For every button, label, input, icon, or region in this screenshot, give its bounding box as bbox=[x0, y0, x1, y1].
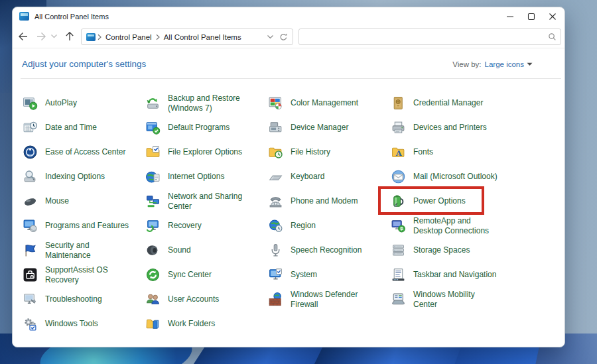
mail-icon bbox=[391, 169, 406, 184]
power-options-icon bbox=[391, 194, 406, 209]
user-accounts-icon bbox=[145, 292, 161, 307]
control-panel-item-credential-manager[interactable]: Credential Manager bbox=[389, 91, 511, 115]
storage-spaces-icon bbox=[391, 243, 406, 258]
sync-center-icon bbox=[145, 267, 161, 282]
chevron-down-icon bbox=[50, 34, 58, 39]
control-panel-item-file-explorer-options[interactable]: File Explorer Options bbox=[143, 140, 266, 164]
control-panel-item-phone-and-modem[interactable]: Phone and Modem bbox=[266, 189, 389, 213]
control-panel-item-mouse[interactable]: Mouse bbox=[21, 189, 143, 213]
header-row: Adjust your computer's settings View by:… bbox=[13, 56, 564, 74]
control-panel-item-default-programs[interactable]: Default Programs bbox=[143, 115, 266, 140]
work-folders-icon bbox=[145, 316, 161, 332]
titlebar: All Control Panel Items bbox=[13, 7, 564, 25]
item-label: SupportAssist OS Recovery bbox=[45, 265, 133, 284]
item-label: Programs and Features bbox=[45, 221, 129, 231]
control-panel-item-troubleshooting[interactable]: Troubleshooting bbox=[21, 287, 143, 312]
view-by-dropdown[interactable]: Large icons bbox=[485, 60, 533, 68]
control-panel-item-backup-and-restore-windows-7[interactable]: Backup and Restore (Windows 7) bbox=[143, 91, 266, 115]
back-button[interactable] bbox=[15, 29, 31, 44]
control-panel-item-devices-and-printers[interactable]: Devices and Printers bbox=[389, 115, 511, 140]
item-label: Default Programs bbox=[168, 123, 230, 133]
control-panel-item-windows-mobility-center[interactable]: Windows Mobility Center bbox=[389, 287, 511, 312]
internet-options-icon bbox=[145, 169, 161, 184]
default-programs-icon bbox=[145, 120, 161, 135]
control-panel-item-work-folders[interactable]: Work Folders bbox=[143, 312, 266, 336]
control-panel-item-windows-defender-firewall[interactable]: Windows Defender Firewall bbox=[266, 287, 389, 312]
item-label: File History bbox=[291, 147, 330, 157]
control-panel-item-remoteapp-and-desktop-connections[interactable]: RemoteApp and Desktop Connections bbox=[389, 213, 511, 238]
control-panel-item-autoplay[interactable]: AutoPlay bbox=[21, 91, 143, 115]
close-button[interactable] bbox=[542, 7, 563, 25]
breadcrumb-chevron-icon bbox=[154, 34, 162, 40]
item-label: Taskbar and Navigation bbox=[413, 270, 496, 280]
page-title: Adjust your computer's settings bbox=[22, 59, 146, 69]
item-label: Windows Tools bbox=[45, 319, 98, 329]
control-panel-item-system[interactable]: System bbox=[266, 263, 389, 287]
control-panel-item-programs-and-features[interactable]: Programs and Features bbox=[21, 213, 143, 238]
breadcrumb-control-panel[interactable]: Control Panel bbox=[103, 32, 154, 42]
search-icon bbox=[548, 32, 557, 41]
control-panel-item-indexing-options[interactable]: Indexing Options bbox=[21, 164, 143, 189]
search-input[interactable] bbox=[303, 29, 548, 44]
control-panel-item-region[interactable]: Region bbox=[266, 213, 389, 238]
control-panel-item-taskbar-and-navigation[interactable]: Taskbar and Navigation bbox=[389, 263, 511, 287]
date-time-icon bbox=[23, 120, 38, 135]
item-label: Backup and Restore (Windows 7) bbox=[168, 93, 255, 113]
item-label: System bbox=[291, 270, 317, 280]
control-panel-item-date-and-time[interactable]: Date and Time bbox=[21, 115, 143, 140]
speech-recognition-icon bbox=[268, 243, 283, 258]
control-panel-location-icon bbox=[86, 33, 96, 41]
control-panel-item-windows-tools[interactable]: Windows Tools bbox=[21, 312, 143, 336]
refresh-button[interactable] bbox=[277, 30, 290, 44]
control-panel-item-mail-microsoft-outlook[interactable]: Mail (Microsoft Outlook) bbox=[389, 164, 511, 189]
chevron-down-icon bbox=[267, 34, 274, 40]
color-management-icon bbox=[268, 95, 283, 111]
control-panel-item-network-and-sharing-center[interactable]: Network and Sharing Center bbox=[143, 189, 266, 213]
remoteapp-icon bbox=[391, 218, 406, 233]
maximize-button[interactable] bbox=[521, 7, 542, 25]
control-panel-item-sync-center[interactable]: Sync Center bbox=[143, 263, 266, 287]
view-by-label: View by: bbox=[452, 60, 481, 68]
control-panel-item-file-history[interactable]: File History bbox=[266, 140, 389, 164]
control-panel-item-ease-of-access-center[interactable]: Ease of Access Center bbox=[21, 140, 143, 164]
control-panel-item-fonts[interactable]: AFonts bbox=[389, 140, 511, 164]
control-panel-item-speech-recognition[interactable]: Speech Recognition bbox=[266, 238, 389, 263]
item-label: Power Options bbox=[413, 196, 466, 206]
item-label: Speech Recognition bbox=[291, 245, 362, 255]
item-label: Troubleshooting bbox=[45, 294, 102, 304]
item-label: Phone and Modem bbox=[291, 196, 358, 206]
control-panel-item-user-accounts[interactable]: User Accounts bbox=[143, 287, 266, 312]
control-panel-item-storage-spaces[interactable]: Storage Spaces bbox=[389, 238, 511, 263]
recent-locations-button[interactable] bbox=[48, 29, 59, 44]
window-title: All Control Panel Items bbox=[34, 13, 109, 21]
system-icon bbox=[268, 267, 283, 282]
taskbar-navigation-icon bbox=[391, 267, 406, 282]
backup-restore-icon bbox=[145, 95, 161, 111]
address-dropdown-button[interactable] bbox=[263, 30, 277, 44]
control-panel-item-color-management[interactable]: Color Management bbox=[266, 91, 389, 115]
search-box[interactable] bbox=[298, 29, 561, 45]
control-panel-item-power-options[interactable]: Power Options bbox=[389, 189, 511, 213]
control-panel-item-device-manager[interactable]: Device Manager bbox=[266, 115, 389, 140]
control-panel-app-icon bbox=[19, 12, 29, 21]
item-label: Sound bbox=[168, 245, 191, 255]
caret-down-icon bbox=[527, 62, 533, 66]
credential-manager-icon bbox=[391, 95, 406, 111]
control-panel-item-supportassist-os-recovery[interactable]: SupportAssist OS Recovery bbox=[21, 263, 143, 287]
control-panel-item-internet-options[interactable]: Internet Options bbox=[143, 164, 266, 189]
forward-button[interactable] bbox=[33, 29, 49, 44]
phone-modem-icon bbox=[268, 194, 283, 209]
address-bar[interactable]: Control Panel All Control Panel Items bbox=[81, 29, 293, 45]
minimize-button[interactable] bbox=[499, 7, 521, 25]
control-panel-item-recovery[interactable]: Recovery bbox=[143, 213, 266, 238]
control-panel-item-keyboard[interactable]: Keyboard bbox=[266, 164, 389, 189]
up-button[interactable] bbox=[62, 29, 78, 44]
control-panel-window: All Control Panel Items bbox=[12, 7, 565, 347]
item-label: Windows Defender Firewall bbox=[291, 290, 378, 309]
breadcrumb-all-control-panel-items[interactable]: All Control Panel Items bbox=[162, 32, 243, 42]
control-panel-item-security-and-maintenance[interactable]: Security and Maintenance bbox=[21, 238, 143, 263]
control-panel-item-sound[interactable]: Sound bbox=[143, 238, 266, 263]
back-arrow-icon bbox=[17, 31, 29, 42]
svg-text:A: A bbox=[395, 149, 403, 158]
navigation-toolbar: Control Panel All Control Panel Items bbox=[13, 25, 564, 48]
